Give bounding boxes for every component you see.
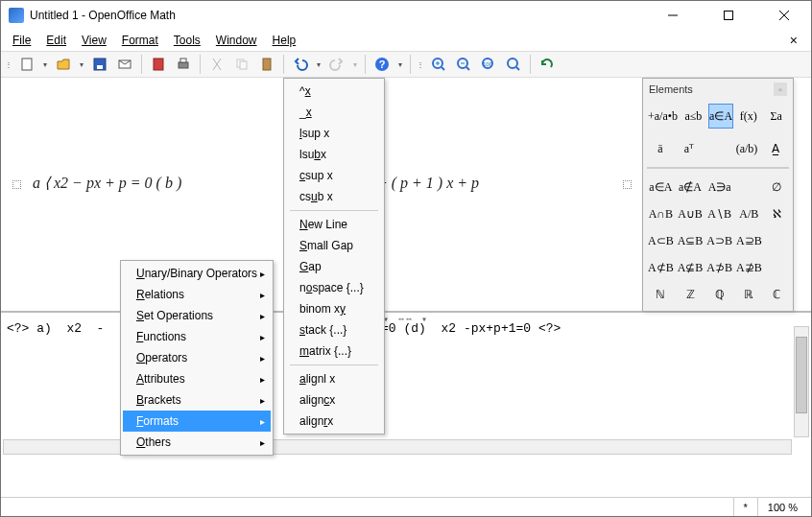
context-item[interactable]: Unary/Binary Operators▸ <box>123 263 271 284</box>
print-button[interactable] <box>173 54 194 75</box>
menu-edit[interactable]: Edit <box>40 32 72 49</box>
element-button[interactable]: a∈A <box>647 175 675 200</box>
help-button[interactable]: ? <box>371 54 393 75</box>
submenu-item[interactable]: binom x y <box>286 298 382 319</box>
submenu-item[interactable]: csub x <box>286 186 382 207</box>
context-item[interactable]: Set Operations▸ <box>123 305 271 326</box>
dropdown-icon[interactable]: ▾ <box>41 54 49 75</box>
save-button[interactable] <box>89 54 110 75</box>
zoom-out-button[interactable] <box>453 54 474 75</box>
element-button <box>765 228 789 253</box>
pdf-button[interactable] <box>148 54 169 75</box>
submenu-item[interactable]: ^x <box>286 81 382 102</box>
element-button[interactable]: a≤b <box>681 104 706 129</box>
redo-button[interactable] <box>326 54 347 75</box>
element-button[interactable]: A∩B <box>647 201 675 226</box>
element-button[interactable]: A⊈B <box>677 255 705 280</box>
new-button[interactable] <box>16 54 37 75</box>
zoom-100-button[interactable]: 100 <box>478 54 499 75</box>
submenu-item[interactable]: Small Gap <box>286 235 382 256</box>
submenu-item[interactable]: stack {...} <box>286 319 382 341</box>
element-button[interactable]: A∋a <box>705 175 733 200</box>
context-item[interactable]: Operators▸ <box>123 347 271 368</box>
context-item[interactable]: Relations▸ <box>123 284 271 305</box>
element-button[interactable]: A⊅B <box>705 255 733 280</box>
submenu-item[interactable]: csup x <box>286 165 382 186</box>
element-button[interactable]: A∪B <box>677 201 705 226</box>
element-button[interactable]: ℕ <box>647 282 675 307</box>
menu-help[interactable]: Help <box>267 32 302 49</box>
element-button[interactable]: ℚ <box>705 282 733 307</box>
context-menu[interactable]: Unary/Binary Operators▸Relations▸Set Ope… <box>120 260 274 456</box>
context-item[interactable]: Functions▸ <box>123 326 271 347</box>
submenu-item[interactable]: alignr x <box>286 411 382 432</box>
email-button[interactable] <box>114 54 135 75</box>
panel-close-icon[interactable]: ▫ <box>774 82 787 96</box>
element-button[interactable]: a∈A <box>708 104 734 129</box>
elements-panel[interactable]: Elements ▫ +a/a•ba≤ba∈Af(x)Σa āaᵀ(a/b)A̲… <box>642 78 794 312</box>
scrollbar-thumb[interactable] <box>796 337 807 413</box>
element-button[interactable]: ℂ <box>765 282 789 307</box>
element-button[interactable]: Σa <box>763 104 789 129</box>
menu-tools[interactable]: Tools <box>168 32 206 49</box>
dropdown-icon[interactable]: ▾ <box>315 54 322 75</box>
menu-window[interactable]: Window <box>210 32 263 49</box>
element-button[interactable]: ā <box>647 136 674 161</box>
submenu-item[interactable]: Gap <box>286 256 382 277</box>
context-item[interactable]: Formats▸ <box>123 411 271 432</box>
status-zoom[interactable]: 100 % <box>757 498 807 516</box>
elements-header[interactable]: Elements ▫ <box>643 79 793 100</box>
element-button[interactable]: +a/a•b <box>647 104 679 129</box>
refresh-button[interactable] <box>537 54 558 75</box>
context-item[interactable]: Others▸ <box>123 432 271 453</box>
element-button[interactable]: ℵ <box>765 201 789 226</box>
element-button[interactable]: A⊉B <box>735 255 763 280</box>
document-close-button[interactable]: × <box>782 33 805 48</box>
submenu-item[interactable]: alignc x <box>286 389 382 411</box>
menu-format[interactable]: Format <box>116 32 164 49</box>
zoom-fit-button[interactable] <box>503 54 524 75</box>
toolbar-overflow-icon[interactable]: ▾ <box>396 54 404 75</box>
element-button[interactable]: A⊄B <box>647 255 675 280</box>
undo-button[interactable] <box>290 54 311 75</box>
element-button[interactable]: A⊃B <box>705 228 733 253</box>
minimize-button[interactable] <box>654 2 692 29</box>
element-button[interactable]: aᵀ <box>676 136 703 161</box>
submenu-item[interactable]: matrix {...} <box>286 341 382 362</box>
element-button[interactable]: ℝ <box>735 282 763 307</box>
element-button[interactable]: f(x) <box>735 104 761 129</box>
submenu-item[interactable]: lsup x <box>286 123 382 144</box>
svg-line-21 <box>466 67 469 70</box>
element-button[interactable]: a∉A <box>677 175 705 200</box>
formats-submenu[interactable]: ^x_xlsup xlsub xcsup xcsub xNew LineSmal… <box>283 78 385 435</box>
element-button[interactable]: ℤ <box>677 282 705 307</box>
menu-file[interactable]: File <box>7 32 36 49</box>
element-button <box>735 175 763 200</box>
submenu-item[interactable]: New Line <box>286 214 382 235</box>
element-button[interactable]: A/B <box>735 201 763 226</box>
open-button[interactable] <box>53 54 74 75</box>
element-button[interactable]: ∅ <box>765 175 789 200</box>
element-button[interactable]: (a/b) <box>733 136 760 161</box>
element-button[interactable]: A⊂B <box>647 228 675 253</box>
element-button[interactable]: A̲ <box>762 136 789 161</box>
element-button[interactable]: A⊆B <box>677 228 705 253</box>
menu-view[interactable]: View <box>76 32 112 49</box>
dropdown-icon[interactable]: ▾ <box>351 54 359 75</box>
vertical-scrollbar[interactable] <box>794 326 809 437</box>
element-button[interactable]: A⊇B <box>735 228 763 253</box>
paste-button[interactable] <box>256 54 277 75</box>
context-item[interactable]: Brackets▸ <box>123 389 271 411</box>
cut-button[interactable] <box>206 54 227 75</box>
submenu-item[interactable]: lsub x <box>286 144 382 165</box>
dropdown-icon[interactable]: ▾ <box>78 54 85 75</box>
context-item[interactable]: Attributes▸ <box>123 368 271 389</box>
element-button[interactable]: A∖B <box>705 201 733 226</box>
zoom-in-button[interactable] <box>428 54 449 75</box>
submenu-item[interactable]: _x <box>286 102 382 123</box>
submenu-item[interactable]: alignl x <box>286 368 382 389</box>
submenu-item[interactable]: nospace {...} <box>286 277 382 298</box>
maximize-button[interactable] <box>709 2 748 29</box>
copy-button[interactable] <box>231 54 252 75</box>
close-button[interactable] <box>765 2 803 29</box>
